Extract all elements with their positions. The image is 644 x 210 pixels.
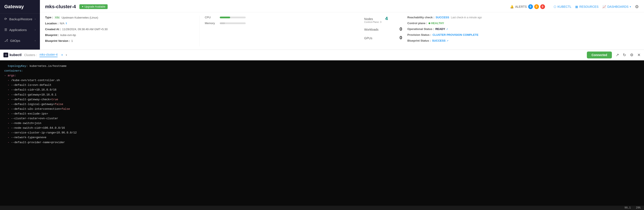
info-col-resources: CPU Memory bbox=[199, 16, 359, 46]
healthy-dot bbox=[428, 22, 430, 24]
kubectl-btn[interactable]: ⬡ KUBECTL bbox=[554, 5, 572, 8]
cursor-position: 90,1 bbox=[624, 206, 631, 209]
term-line-1: containers: bbox=[4, 68, 640, 73]
status-col: Reachability check : SUCCESS Last check-… bbox=[402, 16, 639, 46]
alert-badge-red: 0 bbox=[540, 4, 545, 9]
main-panel: mks-cluster-4 ✦ Upgrade Available 🔔 ALER… bbox=[40, 0, 644, 50]
cpu-bar-fill bbox=[220, 16, 230, 18]
kubectl-logo-label: kubectl bbox=[10, 53, 22, 57]
terminal-statusbar: 90,1 29% bbox=[0, 206, 644, 210]
cpu-row: CPU bbox=[205, 16, 359, 19]
bottom-section: ⬡ kubectl Clusters : mks-cluster-4 + ▾ C… bbox=[0, 50, 644, 210]
connected-button[interactable]: Connected bbox=[587, 52, 612, 58]
created-row: Created At : 11/28/2024, 09:38:49 AM GMT… bbox=[45, 28, 199, 31]
operational-row: Operational Status : READY ↗ bbox=[408, 28, 639, 30]
info-col-details: Type : K8s Upstream Kubernetes (Linux) L… bbox=[45, 16, 199, 46]
term-line-3: - /kube-ovn/start-controller.sh bbox=[4, 78, 640, 83]
settings-icon[interactable]: ⚙ bbox=[635, 4, 639, 9]
term-line-5: - --default-cidr=10.16.0.0/16 bbox=[4, 88, 640, 92]
control-plane-row: Control plane : HEALTHY bbox=[408, 22, 639, 25]
k8s-icon: K8s bbox=[54, 16, 60, 19]
kubectl-cube-icon: ⬡ bbox=[4, 52, 8, 57]
provision-label: Provision Status : bbox=[408, 33, 431, 36]
nodes-value: 4 bbox=[381, 16, 388, 21]
alert-badge-blue: 0 bbox=[528, 4, 533, 9]
blueprint-status-value: SUCCESS bbox=[432, 39, 446, 42]
sidebar-item-applications[interactable]: ☰ Applications › bbox=[0, 24, 40, 35]
stats-col: Nodes Control-Plane: 3 4 Workloads 0 GPU… bbox=[359, 16, 402, 46]
created-value: 11/28/2024, 09:38:49 AM GMT+5:30 bbox=[62, 28, 108, 31]
sidebar-item-label-gitops: GitOps bbox=[10, 39, 20, 42]
clusters-label: Clusters : bbox=[24, 53, 37, 57]
type-label: Type : bbox=[45, 16, 53, 19]
memory-row: Memory bbox=[205, 22, 359, 25]
resources-label: RESOURCES bbox=[579, 5, 598, 8]
resources-btn[interactable]: ▦ RESOURCES bbox=[575, 5, 598, 8]
gpus-value: 0 bbox=[396, 35, 402, 40]
alert-badge-orange: 0 bbox=[534, 4, 539, 9]
term-line-12: - --node-switch=join bbox=[4, 121, 640, 126]
blueprint-version-label: Blueprint Version : bbox=[45, 39, 70, 42]
operational-external-icon[interactable]: ↗ bbox=[446, 28, 448, 30]
terminal[interactable]: topologyKey: kubernetes.io/hostname cont… bbox=[0, 60, 644, 206]
blueprint-row: Blueprint : kube-ovn-bp bbox=[45, 34, 199, 37]
term-line-7: - --default-gateway-check=true bbox=[4, 97, 640, 102]
workloads-label: Workloads bbox=[364, 28, 396, 31]
operational-value: READY bbox=[435, 28, 445, 30]
blueprint-value: kube-ovn-bp bbox=[60, 34, 76, 37]
location-value: N/A ℹ bbox=[60, 22, 67, 25]
reachability-value: SUCCESS bbox=[436, 16, 449, 19]
gpus-label: GPUs bbox=[364, 36, 396, 40]
chevron-icon-applications: › bbox=[35, 28, 36, 31]
dashboards-chevron-icon: ▾ bbox=[630, 6, 631, 8]
location-label: Location : bbox=[45, 22, 58, 25]
last-checkin: Last check-in a minute ago bbox=[451, 16, 482, 19]
refresh-icon[interactable]: ↻ bbox=[623, 52, 626, 57]
sidebar: Gateway ⟳ Backup/Restore › ☰ Application… bbox=[0, 0, 40, 50]
alert-section: 🔔 ALERTS 0 0 0 bbox=[510, 4, 545, 9]
active-cluster-tab[interactable]: mks-cluster-4 bbox=[40, 53, 58, 57]
term-line-2: - args: bbox=[4, 73, 640, 78]
blueprint-label: Blueprint : bbox=[45, 34, 59, 37]
chevron-icon-backup: › bbox=[35, 18, 36, 20]
dashboards-btn[interactable]: 📈 DASHBOARDS ▾ bbox=[602, 5, 631, 8]
workloads-stat: Workloads 0 bbox=[364, 26, 402, 32]
term-line-16: - --default-provider-name=provider bbox=[4, 140, 640, 145]
control-plane-label: Control plane : bbox=[408, 22, 427, 25]
kubectl-logo: ⬡ kubectl bbox=[4, 52, 22, 57]
header-actions: ⬡ KUBECTL ▦ RESOURCES 📈 DASHBOARDS ▾ ⚙ bbox=[554, 4, 639, 9]
kubectl-label: KUBECTL bbox=[558, 5, 572, 8]
type-row: Type : K8s Upstream Kubernetes (Linux) bbox=[45, 16, 199, 19]
term-line-0: topologyKey: kubernetes.io/hostname bbox=[4, 64, 640, 68]
scroll-percent: 29% bbox=[636, 206, 640, 209]
sidebar-logo: Gateway bbox=[0, 0, 40, 14]
type-value: K8s Upstream Kubernetes (Linux) bbox=[54, 16, 98, 19]
reachability-row: Reachability check : SUCCESS Last check-… bbox=[408, 16, 639, 19]
sidebar-item-gitops[interactable]: ⎇ GitOps › bbox=[0, 35, 40, 46]
add-cluster-btn[interactable]: + bbox=[61, 53, 63, 57]
gitops-icon: ⎇ bbox=[4, 38, 8, 42]
dashboards-label: DASHBOARDS bbox=[607, 5, 628, 8]
kubectl-bar: ⬡ kubectl Clusters : mks-cluster-4 + ▾ C… bbox=[0, 50, 644, 60]
top-section: Gateway ⟳ Backup/Restore › ☰ Application… bbox=[0, 0, 644, 50]
memory-bar-fill bbox=[220, 22, 225, 24]
cluster-name: mks-cluster-4 bbox=[45, 4, 76, 10]
blueprint-status-row: Blueprint Status : SUCCESS ↗ bbox=[408, 39, 639, 42]
blueprint-external-icon[interactable]: ↗ bbox=[446, 40, 448, 42]
nodes-stat: Nodes Control-Plane: 3 4 bbox=[364, 16, 402, 23]
upgrade-badge[interactable]: ✦ Upgrade Available bbox=[79, 4, 108, 9]
resources-icon: ▦ bbox=[575, 5, 578, 8]
open-external-icon[interactable]: ↗ bbox=[616, 52, 619, 57]
chevron-icon-gitops: › bbox=[35, 39, 36, 42]
location-info-icon: ℹ bbox=[66, 22, 67, 25]
term-line-11: - --cluster-router=ovn-cluster bbox=[4, 116, 640, 121]
term-line-8: - --default-logical-gateway=false bbox=[4, 102, 640, 107]
kubectl-settings-icon[interactable]: ⚙ bbox=[630, 52, 634, 57]
term-line-4: - --default-ls=ovn-default bbox=[4, 83, 640, 88]
close-icon[interactable]: ✕ bbox=[637, 52, 640, 57]
location-row: Location : N/A ℹ bbox=[45, 22, 199, 25]
sidebar-item-backup[interactable]: ⟳ Backup/Restore › bbox=[0, 14, 40, 24]
app-container: Gateway ⟳ Backup/Restore › ☰ Application… bbox=[0, 0, 644, 210]
cluster-dropdown-icon[interactable]: ▾ bbox=[66, 54, 67, 56]
reachability-label: Reachability check : bbox=[408, 16, 434, 19]
